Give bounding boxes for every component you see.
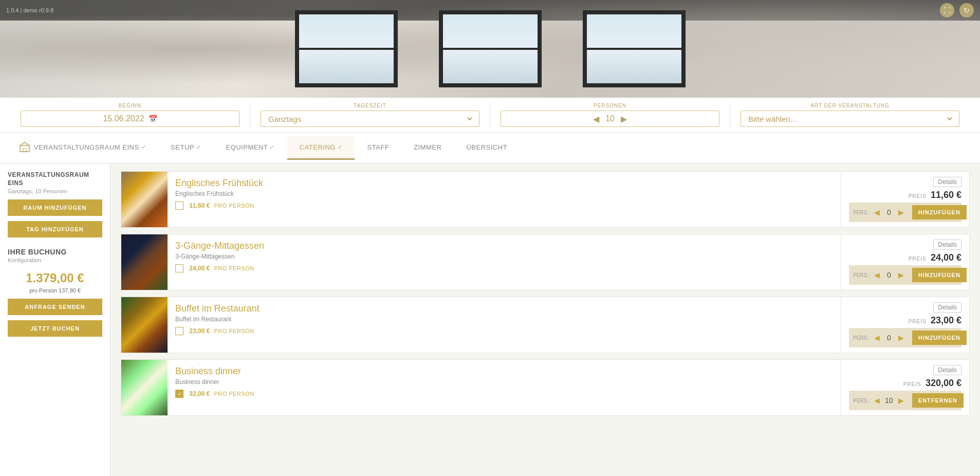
item-content: Englisches Frühstück Englisches Frühstüc… [168,172,841,227]
qty-increase-button[interactable]: ▶ [896,209,906,216]
item-checkbox[interactable]: ✓ [175,390,183,398]
item-price-row: 23,00 € PRO PERSON [175,327,833,335]
tab-veranstaltungsraum-label: VERANSTALTUNGSRAUM EINS [34,143,139,151]
tab-equipment[interactable]: EQUIPMENT ✓ [213,136,287,160]
tab-catering[interactable]: CATERING ✓ [287,136,355,160]
tageszeit-value: Ganztags Vormittags Nachmittags [261,111,479,127]
qty-decrease-button[interactable]: ◀ [872,397,882,404]
tab-zimmer[interactable]: ZIMMER [401,136,454,160]
tab-setup-label: SETUP [171,143,194,151]
add-button[interactable]: HINZUFÜGEN [912,331,967,345]
qty-value: 0 [884,271,894,279]
item-desc: Englisches Frühstück [175,190,833,197]
art-value: Bitte wählen... [741,111,959,127]
sidebar: VERANSTALTUNGSRAUMEINS Ganztags, 10 Pers… [0,163,110,476]
personen-decrease-button[interactable]: ◀ [591,114,601,124]
pers-label: Pers.: [853,335,870,341]
begin-date: 15.06.2022 [103,114,144,123]
pers-label: Pers.: [853,210,870,215]
nav-tabs: VERANSTALTUNGSRAUM EINS ✓ SETUP ✓ EQUIPM… [0,133,980,163]
art-label: ART DER VERANSTALTUNG [741,103,959,108]
qty-increase-button[interactable]: ▶ [896,334,906,341]
tag-hinzufuegen-button[interactable]: TAG HINZUFÜGEN [8,221,102,237]
item-checkbox[interactable] [175,202,183,210]
tab-setup[interactable]: SETUP ✓ [158,136,213,160]
item-right: Details PREIS 320,00 € Pers.: ◀ 10 ▶ ENT… [841,360,969,415]
tab-equipment-label: EQUIPMENT [226,143,268,151]
item-total-price: 11,60 € [931,190,961,200]
sidebar-room-title-line1: VERANSTALTUNGSRAUMEINS [8,171,102,187]
calendar-icon[interactable]: 📅 [149,115,157,123]
item-price: 24,00 € [188,265,210,272]
personen-increase-button[interactable]: ▶ [619,114,629,124]
item-price-unit: PRO PERSON [214,265,254,271]
qty-increase-button[interactable]: ▶ [896,397,906,404]
details-link[interactable]: Details [933,240,961,250]
ihre-buchung-title: IHRE BUCHUNG [8,248,102,256]
item-price-unit: PRO PERSON [214,328,254,334]
qty-value: 10 [884,396,894,405]
begin-value[interactable]: 15.06.2022 📅 [21,111,239,127]
hero-windows [0,0,980,98]
item-right: Details PREIS 23,00 € Pers.: ◀ 0 ▶ HINZU… [841,297,969,353]
details-link[interactable]: Details [933,302,961,313]
tab-zimmer-label: ZIMMER [414,143,441,151]
jetzt-buchen-button[interactable]: JETZT BUCHEN [8,320,102,337]
tageszeit-select[interactable]: Ganztags Vormittags Nachmittags [266,114,474,124]
tab-setup-check: ✓ [196,144,201,151]
pers-label: Pers.: [853,272,870,278]
tab-ubersicht-label: ÜBERSICHT [466,143,507,151]
item-price-row: 11,60 € PRO PERSON [175,202,833,210]
remove-button[interactable]: ENTFERNEN [912,393,964,408]
add-button[interactable]: HINZUFÜGEN [912,268,967,282]
add-button[interactable]: HINZUFÜGEN [912,205,967,219]
personen-field: PERSONEN ◀ 10 ▶ [490,103,730,127]
item-desc: Buffet im Restaurant [175,316,833,323]
qty-decrease-button[interactable]: ◀ [872,209,882,216]
item-total-price: 23,00 € [931,315,961,325]
item-total-price: 320,00 € [926,378,961,388]
tab-equipment-check: ✓ [270,144,275,151]
details-link[interactable]: Details [933,365,961,375]
item-right: Details PREIS 24,00 € Pers.: ◀ 0 ▶ HINZU… [841,234,969,290]
window-left [295,10,398,87]
item-price-unit: PRO PERSON [214,391,254,397]
tab-veranstaltungsraum[interactable]: VERANSTALTUNGSRAUM EINS ✓ [5,133,158,163]
tab-staff[interactable]: STAFF [355,136,401,160]
item-price: 23,00 € [188,327,210,335]
window-center [439,10,542,87]
qty-value: 0 [884,208,894,216]
catering-item: Englisches Frühstück Englisches Frühstüc… [121,171,970,228]
preis-label: PREIS [909,256,929,262]
ihre-buchung-sub: Konfiguration [8,257,102,263]
item-price: 32,00 € [188,390,210,397]
sidebar-room-sub: Ganztags, 10 Personen [8,188,102,194]
tab-ubersicht[interactable]: ÜBERSICHT [454,136,520,160]
per-person-label: pro Person [29,287,57,294]
main-content: VERANSTALTUNGSRAUMEINS Ganztags, 10 Pers… [0,163,980,476]
pers-label: Pers.: [853,398,870,404]
item-title: Business dinner [175,366,833,377]
catering-item: Buffet im Restaurant Buffet im Restauran… [121,297,970,353]
item-desc: 3-Gänge-Mittagessen [175,253,833,260]
art-select[interactable]: Bitte wählen... [746,114,954,124]
item-checkbox[interactable] [175,264,183,272]
qty-decrease-button[interactable]: ◀ [872,271,882,279]
catering-item: 3-Gänge-Mittagessen 3-Gänge-Mittagessen … [121,234,970,290]
item-title: 3-Gänge-Mittagessen [175,241,833,251]
item-checkbox[interactable] [175,327,183,335]
qty-increase-button[interactable]: ▶ [896,271,906,279]
anfrage-senden-button[interactable]: ANFRAGE SENDEN [8,299,102,315]
item-right: Details PREIS 11,60 € Pers.: ◀ 0 ▶ HINZU… [841,172,969,227]
item-price: 11,60 € [188,202,210,209]
item-price-row: 24,00 € PRO PERSON [175,264,833,272]
item-content: Business dinner Business dinner ✓ 32,00 … [168,360,841,415]
item-content: Buffet im Restaurant Buffet im Restauran… [168,297,841,353]
total-price: 1.379,00 € [8,271,102,285]
details-link[interactable]: Details [933,177,961,187]
begin-label: BEGINN [21,103,239,108]
tab-staff-label: STAFF [367,143,389,151]
raum-hinzufuegen-button[interactable]: RAUM HINZUFÜGEN [8,199,102,216]
per-person-value: 137,90 € [59,287,81,294]
qty-decrease-button[interactable]: ◀ [872,334,882,341]
